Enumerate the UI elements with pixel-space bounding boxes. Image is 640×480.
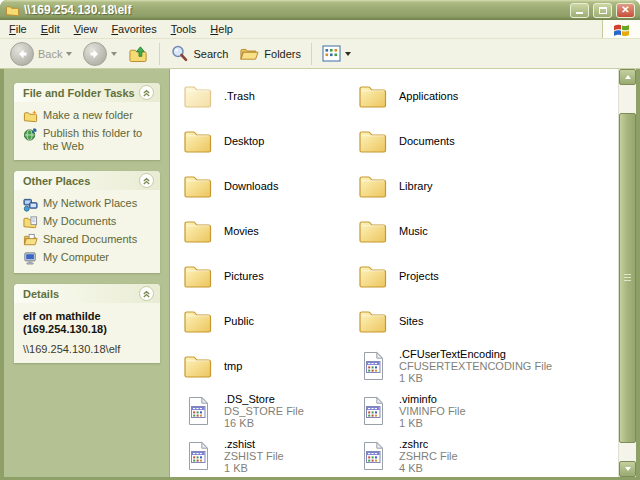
folder-icon [182,125,214,157]
scroll-up-icon [625,75,631,79]
vertical-scrollbar[interactable] [618,69,636,477]
back-dropdown-icon[interactable] [66,52,72,56]
other-places-items: My Network Places My Documents Shared Do… [14,190,160,273]
forward-dropdown-icon[interactable] [111,52,117,56]
maximize-icon [599,7,607,14]
maximize-button[interactable] [593,3,612,18]
sidebar-link[interactable]: Shared Documents [23,233,152,248]
folder-icon [182,215,214,247]
back-icon [10,42,34,66]
scrollbar-track[interactable] [619,85,636,461]
folder-icon [357,215,389,247]
folder-icon [182,305,214,337]
file-icon [357,395,389,427]
menu-item-view[interactable]: View [67,21,105,37]
details-panel: Details elf on mathilde (169.254.130.18)… [14,284,160,363]
folder-item[interactable]: Pictures [182,253,304,298]
toolbar: Back [0,39,640,69]
file-folder-tasks-panel: File and Folder Tasks Make a new folder … [14,83,160,160]
panel-title: File and Folder Tasks [23,87,135,99]
file-item[interactable]: .zshist ZSHIST File 1 KB [182,433,304,477]
folder-icon [357,80,389,112]
title-bar[interactable]: \\169.254.130.18\elf ✕ [0,0,640,20]
folders-button[interactable]: Folders [235,43,305,64]
folder-item[interactable]: .Trash [182,73,304,118]
file-item[interactable]: .DS_Store DS_STORE File 16 KB [182,388,304,433]
folder-item[interactable]: Public [182,298,304,343]
search-button[interactable]: Search [166,43,232,64]
folder-item[interactable]: Library [357,163,552,208]
other-places-panel: Other Places My Network Places My Docume… [14,171,160,273]
windows-logo-box [602,20,640,38]
folder-icon [357,260,389,292]
file-tiles: .Trash Desktop Downloads M [170,69,618,477]
folder-icon [357,305,389,337]
folder-item[interactable]: Movies [182,208,304,253]
collapse-chevron-icon[interactable] [139,85,154,100]
scrollbar-thumb[interactable] [619,113,636,443]
forward-icon [83,42,107,66]
folder-icon [182,80,214,112]
file-item[interactable]: .viminfo VIMINFO File 1 KB [357,388,552,433]
search-label: Search [193,48,228,60]
folder-item[interactable]: Sites [357,298,552,343]
close-icon: ✕ [621,5,629,15]
menu-item-edit[interactable]: Edit [34,21,67,37]
menu-item-file[interactable]: File [2,21,34,37]
folder-item[interactable]: Desktop [182,118,304,163]
other-places-header[interactable]: Other Places [14,171,160,190]
collapse-chevron-icon[interactable] [139,173,154,188]
views-dropdown-icon[interactable] [345,52,351,56]
scroll-down-icon [625,467,631,471]
folder-item[interactable]: Applications [357,73,552,118]
file-item[interactable]: .CFUserTextEncoding CFUSERTEXTENCODING F… [357,343,552,388]
details-header[interactable]: Details [14,284,160,303]
minimize-button[interactable] [570,3,589,18]
share-path-text: \\169.254.130.18\elf [23,343,152,356]
views-button[interactable] [318,44,355,63]
folder-icon [182,170,214,202]
folder-icon [357,125,389,157]
close-button[interactable]: ✕ [616,3,635,18]
shared-documents-icon [23,233,38,248]
scroll-down-button[interactable] [619,461,636,477]
up-button[interactable] [124,42,153,65]
sidebar-link[interactable]: Publish this folder to the Web [23,127,152,153]
back-button[interactable]: Back [6,41,76,67]
menu-item-favorites[interactable]: Favorites [104,21,163,37]
forward-button[interactable] [79,41,121,67]
new-folder-icon [23,109,38,124]
panel-title: Details [23,288,59,300]
details-body: elf on mathilde (169.254.130.18) \\169.2… [14,303,160,363]
scrollbar-grip [624,274,631,282]
menu-item-tools[interactable]: Tools [164,21,204,37]
folder-item[interactable]: Downloads [182,163,304,208]
file-folder-tasks-header[interactable]: File and Folder Tasks [14,83,160,102]
explorer-window: \\169.254.130.18\elf ✕ FileEditViewFavor… [0,0,640,480]
folder-item[interactable]: Music [357,208,552,253]
views-icon [322,45,341,62]
task-pane-sidebar: File and Folder Tasks Make a new folder … [4,69,169,477]
sidebar-link[interactable]: My Network Places [23,197,152,212]
folder-item[interactable]: Projects [357,253,552,298]
sidebar-link[interactable]: My Computer [23,251,152,266]
file-list-area: .Trash Desktop Downloads M [169,69,636,477]
menu-bar: FileEditViewFavoritesToolsHelp [0,20,640,39]
folders-icon [239,44,260,63]
file-icon [182,440,214,472]
file-list-column-2: Applications Documents Library [357,73,552,477]
collapse-chevron-icon[interactable] [139,286,154,301]
sidebar-link[interactable]: My Documents [23,215,152,230]
back-label: Back [38,48,62,60]
my-documents-icon [23,215,38,230]
menu-item-help[interactable]: Help [203,21,240,37]
file-icon [182,395,214,427]
folder-item[interactable]: Documents [357,118,552,163]
network-places-icon [23,197,38,212]
content-area: File and Folder Tasks Make a new folder … [4,69,636,477]
folder-item[interactable]: tmp [182,343,304,388]
publish-web-icon [23,127,38,142]
sidebar-link[interactable]: Make a new folder [23,109,152,124]
file-item[interactable]: .zshrc ZSHRC File 4 KB [357,433,552,477]
scroll-up-button[interactable] [619,69,636,85]
